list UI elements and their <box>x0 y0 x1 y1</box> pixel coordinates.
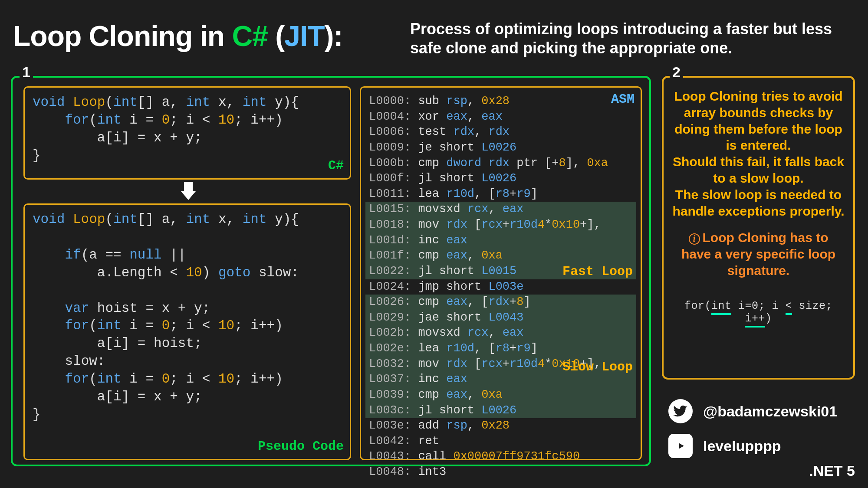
explain-note: iLoop Cloning has to have a very specifi… <box>672 229 845 278</box>
t: Should this fail, it falls back to a slo… <box>673 154 844 185</box>
asm-line: L001f: cmp eax, 0xa <box>365 248 636 264</box>
asm-line: L000f: jl short L0026 <box>365 171 636 187</box>
t: } <box>33 148 41 163</box>
t: i++ <box>745 312 765 328</box>
t: 0 <box>162 318 170 333</box>
t: Loop <box>73 212 105 227</box>
t: for( <box>684 300 711 312</box>
t: int <box>113 212 138 227</box>
t: int <box>97 318 129 333</box>
asm-line: L0004: xor eax, eax <box>365 109 636 125</box>
page-title: Loop Cloning in C# (JIT): <box>13 20 343 52</box>
t: [] a, <box>138 212 186 227</box>
t: 10 <box>186 265 202 280</box>
asm-line: L0024: jmp short L003e <box>365 279 636 295</box>
t: i = <box>129 112 161 128</box>
footer-dotnet: .NET 5 <box>809 462 855 479</box>
panel-code: 1 void Loop(int[] a, int x, int y){ for(… <box>11 76 651 466</box>
asm-line: L0043: call 0x00007ff9731fc590 <box>365 449 636 465</box>
t: if <box>65 247 81 262</box>
t: (a == <box>81 247 130 262</box>
twitter-handle: @badamczewski01 <box>703 403 837 420</box>
t: int <box>243 212 275 227</box>
t: ) <box>765 312 772 325</box>
t: ( <box>105 212 113 227</box>
t: void <box>33 95 73 110</box>
code-pseudo: void Loop(int[] a, int x, int y){ if(a =… <box>23 203 351 460</box>
t: for <box>65 318 89 333</box>
t: size; <box>792 300 832 312</box>
t: int <box>711 300 732 315</box>
t: x, <box>218 212 243 227</box>
t: null <box>129 247 170 262</box>
t: y){ <box>275 95 299 110</box>
t: a[i] = x + y; <box>97 130 202 145</box>
panel-number-2: 2 <box>670 64 683 81</box>
t: 10 <box>218 371 234 386</box>
asm-line: L0009: je short L0026 <box>365 140 636 156</box>
t: slow: <box>65 354 105 369</box>
asm-line: L002e: lea r10d, [r8+r9] <box>365 341 636 357</box>
title-seg-5: ): <box>325 20 343 52</box>
t: for <box>65 371 89 386</box>
t: doing them before the loop is entered. <box>674 122 842 153</box>
asm-line: L0018: mov rdx [rcx+r10d4*0x10+], <box>365 217 636 233</box>
t: The slow loop is needed to handle except… <box>672 187 844 218</box>
panel-number-1: 1 <box>20 64 33 81</box>
t: i=0; i <box>731 300 785 312</box>
t: a.Length < <box>97 265 186 280</box>
t: int <box>186 212 218 227</box>
t: [] a, <box>138 95 186 110</box>
t: var <box>65 301 97 316</box>
asm-line: L0042: ret <box>365 434 636 449</box>
panel-explain: 2 Loop Cloning tries to avoid array boun… <box>662 76 855 380</box>
asm-line: L0048: int3 <box>365 465 636 480</box>
explain-code-sig: for(int i=0; i < size; i++) <box>672 300 845 325</box>
youtube-handle: levelupppp <box>703 438 781 455</box>
t: 0 <box>162 371 170 386</box>
t: slow: <box>259 265 299 280</box>
t: int <box>97 371 129 386</box>
t: } <box>33 407 41 422</box>
asm-line: L0006: test rdx, rdx <box>365 124 636 140</box>
label-fast-loop: Fast Loop <box>562 263 633 281</box>
t: ; i++) <box>234 318 283 333</box>
label-pseudo: Pseudo Code <box>258 438 344 455</box>
arrow-down-icon <box>181 182 196 201</box>
info-icon: i <box>689 233 700 245</box>
t: void <box>33 212 73 227</box>
asm-line: L001d: inc eax <box>365 233 636 249</box>
social-twitter: @badamczewski01 <box>668 399 855 423</box>
t: 10 <box>218 112 234 128</box>
t: int <box>97 112 129 128</box>
t: int <box>113 95 138 110</box>
title-seg-jit: JIT <box>284 20 324 52</box>
t: ; i < <box>170 371 218 386</box>
t: i = <box>129 318 161 333</box>
t: a[i] = hoist; <box>97 336 202 351</box>
asm-line: L000b: cmp dword rdx ptr [+8], 0xa <box>365 156 636 171</box>
t: 10 <box>218 318 234 333</box>
social-youtube: levelupppp <box>668 434 855 458</box>
t: < <box>786 300 792 315</box>
title-seg-3: ( <box>268 20 284 52</box>
t: a[i] = x + y; <box>97 389 202 404</box>
label-slow-loop: Slow Loop <box>562 359 633 376</box>
t: ( <box>89 318 97 333</box>
asm-line: L0026: cmp eax, [rdx+8] <box>365 295 636 310</box>
t: ; i < <box>170 318 218 333</box>
asm-line: L0011: lea r10d, [r8+r9] <box>365 187 636 202</box>
asm-line: L0000: sub rsp, 0x28 <box>365 94 636 109</box>
asm-line: L0015: movsxd rcx, eax <box>365 202 636 217</box>
asm-listing: L0000: sub rsp, 0x28L0004: xor eax, eaxL… <box>369 94 633 480</box>
title-seg-1: Loop Cloning in <box>13 20 232 52</box>
t: goto <box>218 265 259 280</box>
t: x, <box>218 95 243 110</box>
t: Loop <box>73 95 105 110</box>
t: ( <box>105 95 113 110</box>
title-seg-csharp: C# <box>232 20 268 52</box>
page-description: Process of optimizing loops introducing … <box>410 20 855 58</box>
asm-line: L0039: cmp eax, 0xa <box>365 387 636 403</box>
t: Loop Cloning has to have a very specific… <box>681 230 835 278</box>
t: || <box>170 247 186 262</box>
